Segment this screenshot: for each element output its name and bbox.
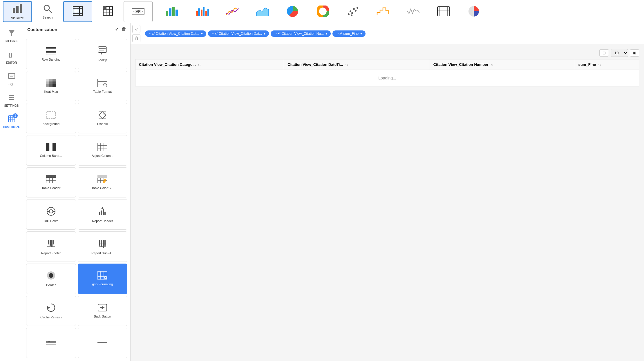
toolbar-bar[interactable]	[158, 1, 187, 22]
search-icon	[43, 4, 52, 14]
svg-rect-116	[50, 240, 51, 246]
col4-sort-icon[interactable]: ↑↓	[598, 63, 601, 66]
svg-point-32	[351, 12, 353, 14]
sidebar-item-sql[interactable]: SQL	[1, 69, 22, 89]
custom-item-report-header[interactable]: Report Header	[78, 199, 128, 230]
svg-marker-27	[256, 8, 269, 16]
main-area: FILTERS {} EDITOR SQL	[0, 23, 644, 361]
svg-line-4	[49, 10, 52, 13]
custom-item-row-banding[interactable]: Row Banding	[26, 39, 76, 69]
custom-item-border[interactable]: Border	[26, 264, 76, 294]
left-sidebar: FILTERS {} EDITOR SQL	[0, 23, 23, 361]
sidebar-item-settings[interactable]: SETTINGS	[1, 90, 22, 110]
svg-rect-0	[13, 8, 15, 13]
svg-rect-59	[46, 51, 56, 53]
svg-rect-60	[46, 53, 56, 55]
toolbar-wave[interactable]	[399, 1, 428, 22]
custom-item-grid-formatting[interactable]: grid-Formating	[78, 264, 128, 294]
custom-item-heat-map[interactable]: Heat-Map	[26, 71, 76, 101]
delete-action-btn[interactable]: 🗑	[132, 34, 140, 42]
pill-4[interactable]: ↔x² sum_Fine ▾	[332, 30, 366, 37]
table-icon	[73, 6, 83, 17]
custom-item-disable[interactable]: Disable	[78, 103, 128, 133]
svg-rect-19	[172, 7, 175, 16]
toolbar-step[interactable]	[369, 1, 398, 22]
col-citation-number[interactable]: Citation View_Citation Number ↑↓	[430, 59, 575, 70]
svg-marker-102	[103, 179, 106, 183]
editor-label: EDITOR	[6, 61, 17, 64]
top-toolbar: Visualize Search	[0, 0, 644, 23]
toolbar-donut[interactable]	[308, 1, 337, 22]
table-color-icon	[97, 175, 107, 184]
settings-icon	[8, 94, 15, 103]
table-format-icon	[97, 79, 107, 88]
sidebar-item-customize[interactable]: 1 CUSTOMIZE	[1, 112, 22, 132]
custom-item-adjust-col[interactable]: Adjust Colum...	[78, 135, 128, 166]
custom-item-table-color[interactable]: Table Color C...	[78, 167, 128, 198]
table-ctrl-right[interactable]: ⊞	[630, 49, 639, 57]
custom-item-tooltip[interactable]: Tooltip	[78, 39, 128, 69]
svg-point-127	[49, 273, 53, 278]
pill-1[interactable]: ↔x² Citation View_Citation Cat... ▾	[145, 30, 206, 37]
toolbar-scatter[interactable]	[339, 1, 368, 22]
col-citation-category[interactable]: Citation View_Citation Catego... ↑↓	[135, 59, 284, 70]
toolbar-search[interactable]: Search	[33, 1, 62, 22]
toolbar-kpi[interactable]	[429, 1, 458, 22]
toolbar-area[interactable]	[248, 1, 277, 22]
toolbar-table2[interactable]	[93, 1, 122, 22]
toolbar-table[interactable]	[63, 1, 92, 22]
pill-2[interactable]: ↔x² Citation View_Citation Dat... ▾	[208, 30, 269, 37]
data-table: Citation View_Citation Catego... ↑↓ Cita…	[135, 59, 639, 86]
trash-icon[interactable]: 🗑	[122, 27, 126, 32]
drill-down-icon	[46, 206, 56, 217]
sidebar-item-filters[interactable]: FILTERS	[1, 26, 22, 46]
toolbar-sep1	[155, 3, 155, 20]
custom-item-drill-down[interactable]: Drill Down	[26, 199, 76, 230]
vf-icon: <VF>	[132, 8, 144, 14]
custom-item-column-banding[interactable]: Column Band...	[26, 135, 76, 166]
custom-item-table-header[interactable]: Table Header	[26, 167, 76, 198]
pill-4-label: ↔x² sum_Fine	[336, 32, 359, 36]
col-citation-datetime[interactable]: Citation View_Citation DateTi... ↑↓	[284, 59, 430, 70]
check-icon[interactable]: ✓	[115, 27, 119, 32]
custom-item-back-button[interactable]: Back Button	[78, 296, 128, 326]
filter-action-btn[interactable]: ▽	[132, 25, 140, 33]
custom-item-background[interactable]: Background	[26, 103, 76, 133]
rows-per-page-select[interactable]: 10 25 50 100	[611, 49, 628, 57]
svg-point-36	[351, 14, 352, 16]
svg-rect-87	[97, 143, 107, 151]
custom-item-extra1[interactable]	[26, 328, 76, 358]
visualize-icon	[12, 3, 23, 15]
svg-rect-118	[53, 240, 54, 244]
sidebar-item-editor[interactable]: {} EDITOR	[1, 48, 22, 67]
col2-sort-icon[interactable]: ↑↓	[345, 63, 348, 66]
toolbar-pie[interactable]	[278, 1, 307, 22]
toolbar-vf[interactable]: <VF>	[124, 1, 153, 22]
heat-map-icon	[46, 79, 56, 88]
svg-rect-86	[53, 143, 56, 151]
tooltip-icon	[97, 46, 107, 57]
toolbar-bar2[interactable]	[188, 1, 217, 22]
toolbar-line[interactable]	[218, 1, 247, 22]
toolbar-pie2[interactable]	[459, 1, 488, 22]
customization-title: Customization	[27, 27, 57, 32]
svg-rect-84	[46, 143, 49, 151]
extra1-icon	[46, 340, 56, 347]
custom-item-extra2[interactable]	[78, 328, 128, 358]
custom-item-report-sub-h[interactable]: Report Sub-H...	[78, 231, 128, 262]
col3-sort-icon[interactable]: ↑↓	[491, 63, 493, 66]
toolbar-visualize[interactable]: Visualize	[3, 1, 32, 22]
custom-item-report-footer[interactable]: Report Footer	[26, 231, 76, 262]
col-sum-fine[interactable]: sum_Fine ↑↓	[575, 59, 639, 70]
svg-rect-93	[46, 175, 56, 178]
table-color-label: Table Color C...	[91, 186, 113, 190]
kpi-icon	[437, 6, 450, 17]
custom-item-table-format[interactable]: Table Format	[78, 71, 128, 101]
svg-point-78	[104, 83, 106, 86]
table-ctrl-left[interactable]: ⊞	[599, 49, 609, 57]
col1-sort-icon[interactable]: ↑↓	[198, 63, 201, 66]
pill-3[interactable]: ↔x² Citation View_Citation Nu... ▾	[271, 30, 331, 37]
search-label: Search	[43, 16, 53, 19]
custom-item-cache-refresh[interactable]: Cache Refresh	[26, 296, 76, 326]
customization-header-actions: ✓ 🗑	[115, 27, 126, 32]
